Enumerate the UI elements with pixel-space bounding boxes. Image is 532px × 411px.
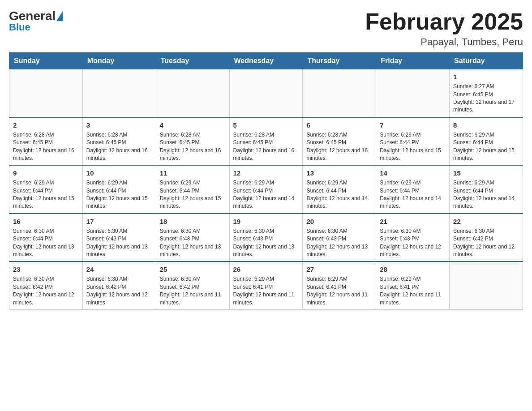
day-of-week-header: Wednesday	[229, 53, 303, 69]
day-number: 3	[86, 120, 152, 130]
day-info: Sunrise: 6:29 AMSunset: 6:44 PMDaylight:…	[86, 179, 152, 210]
day-number: 21	[380, 217, 446, 226]
calendar-day-cell: 4Sunrise: 6:28 AMSunset: 6:45 PMDaylight…	[156, 117, 229, 166]
day-info: Sunrise: 6:30 AMSunset: 6:42 PMDaylight:…	[453, 227, 519, 259]
day-info: Sunrise: 6:29 AMSunset: 6:44 PMDaylight:…	[13, 179, 79, 210]
calendar-day-cell	[229, 69, 303, 117]
calendar-day-cell: 14Sunrise: 6:29 AMSunset: 6:44 PMDayligh…	[376, 165, 450, 214]
day-number: 15	[453, 168, 519, 178]
day-info: Sunrise: 6:28 AMSunset: 6:45 PMDaylight:…	[233, 131, 299, 163]
calendar-day-cell: 5Sunrise: 6:28 AMSunset: 6:45 PMDaylight…	[229, 117, 303, 166]
day-number: 27	[306, 265, 372, 274]
day-number: 16	[13, 217, 79, 226]
day-number: 22	[453, 217, 519, 226]
calendar-week-row: 1Sunrise: 6:27 AMSunset: 6:45 PMDaylight…	[9, 69, 523, 117]
calendar-day-cell: 7Sunrise: 6:29 AMSunset: 6:44 PMDaylight…	[376, 117, 450, 166]
calendar-day-cell: 1Sunrise: 6:27 AMSunset: 6:45 PMDaylight…	[450, 69, 523, 117]
calendar-day-cell: 25Sunrise: 6:30 AMSunset: 6:42 PMDayligh…	[156, 261, 229, 309]
day-of-week-header: Monday	[82, 53, 156, 69]
calendar-day-cell: 20Sunrise: 6:30 AMSunset: 6:43 PMDayligh…	[303, 214, 376, 262]
calendar-day-cell: 21Sunrise: 6:30 AMSunset: 6:43 PMDayligh…	[376, 214, 450, 262]
day-of-week-header: Saturday	[450, 53, 523, 69]
day-number: 18	[160, 217, 226, 226]
day-info: Sunrise: 6:30 AMSunset: 6:43 PMDaylight:…	[160, 227, 226, 259]
day-number: 12	[233, 168, 299, 178]
calendar-day-cell	[450, 261, 523, 309]
day-info: Sunrise: 6:28 AMSunset: 6:45 PMDaylight:…	[306, 131, 372, 163]
month-title: February 2025	[365, 9, 523, 34]
calendar-day-cell: 16Sunrise: 6:30 AMSunset: 6:44 PMDayligh…	[9, 214, 83, 262]
day-number: 5	[233, 120, 299, 130]
calendar-day-cell: 26Sunrise: 6:29 AMSunset: 6:41 PMDayligh…	[229, 261, 303, 309]
calendar-day-cell: 23Sunrise: 6:30 AMSunset: 6:42 PMDayligh…	[9, 261, 83, 309]
calendar-day-cell: 24Sunrise: 6:30 AMSunset: 6:42 PMDayligh…	[82, 261, 156, 309]
calendar-day-cell	[9, 69, 83, 117]
day-info: Sunrise: 6:29 AMSunset: 6:44 PMDaylight:…	[453, 131, 519, 163]
day-info: Sunrise: 6:28 AMSunset: 6:45 PMDaylight:…	[160, 131, 226, 163]
calendar-day-cell: 27Sunrise: 6:29 AMSunset: 6:41 PMDayligh…	[303, 261, 376, 309]
day-info: Sunrise: 6:28 AMSunset: 6:45 PMDaylight:…	[86, 131, 152, 163]
calendar-day-cell: 9Sunrise: 6:29 AMSunset: 6:44 PMDaylight…	[9, 165, 83, 214]
day-of-week-header: Thursday	[303, 53, 376, 69]
day-number: 1	[453, 72, 519, 81]
day-number: 6	[306, 120, 372, 130]
day-number: 11	[160, 168, 226, 178]
day-info: Sunrise: 6:30 AMSunset: 6:44 PMDaylight:…	[13, 227, 79, 259]
day-number: 17	[86, 217, 152, 226]
calendar-day-cell: 11Sunrise: 6:29 AMSunset: 6:44 PMDayligh…	[156, 165, 229, 214]
calendar-day-cell: 22Sunrise: 6:30 AMSunset: 6:42 PMDayligh…	[450, 214, 523, 262]
day-of-week-header: Sunday	[9, 53, 83, 69]
day-number: 25	[160, 265, 226, 274]
day-number: 8	[453, 120, 519, 130]
calendar-day-cell: 13Sunrise: 6:29 AMSunset: 6:44 PMDayligh…	[303, 165, 376, 214]
calendar-week-row: 16Sunrise: 6:30 AMSunset: 6:44 PMDayligh…	[9, 214, 523, 262]
calendar-day-cell	[303, 69, 376, 117]
calendar-day-cell: 6Sunrise: 6:28 AMSunset: 6:45 PMDaylight…	[303, 117, 376, 166]
day-of-week-header: Friday	[376, 53, 450, 69]
logo: General Blue	[9, 9, 64, 33]
logo-blue-text: Blue	[9, 21, 30, 33]
day-info: Sunrise: 6:29 AMSunset: 6:44 PMDaylight:…	[380, 131, 446, 163]
calendar-day-cell: 8Sunrise: 6:29 AMSunset: 6:44 PMDaylight…	[450, 117, 523, 166]
day-number: 13	[306, 168, 372, 178]
day-number: 20	[306, 217, 372, 226]
day-of-week-header: Tuesday	[156, 53, 229, 69]
day-info: Sunrise: 6:27 AMSunset: 6:45 PMDaylight:…	[453, 83, 519, 114]
day-number: 24	[86, 265, 152, 274]
days-header-row: SundayMondayTuesdayWednesdayThursdayFrid…	[9, 53, 523, 69]
calendar-day-cell: 19Sunrise: 6:30 AMSunset: 6:43 PMDayligh…	[229, 214, 303, 262]
day-info: Sunrise: 6:29 AMSunset: 6:44 PMDaylight:…	[306, 179, 372, 210]
day-info: Sunrise: 6:29 AMSunset: 6:44 PMDaylight:…	[453, 179, 519, 210]
day-number: 23	[13, 265, 79, 274]
day-info: Sunrise: 6:29 AMSunset: 6:44 PMDaylight:…	[160, 179, 226, 210]
calendar-day-cell	[82, 69, 156, 117]
calendar-day-cell: 17Sunrise: 6:30 AMSunset: 6:43 PMDayligh…	[82, 214, 156, 262]
day-info: Sunrise: 6:29 AMSunset: 6:41 PMDaylight:…	[380, 275, 446, 307]
day-info: Sunrise: 6:29 AMSunset: 6:44 PMDaylight:…	[233, 179, 299, 210]
calendar-day-cell: 2Sunrise: 6:28 AMSunset: 6:45 PMDaylight…	[9, 117, 83, 166]
day-info: Sunrise: 6:30 AMSunset: 6:43 PMDaylight:…	[306, 227, 372, 259]
calendar-week-row: 23Sunrise: 6:30 AMSunset: 6:42 PMDayligh…	[9, 261, 523, 309]
day-number: 10	[86, 168, 152, 178]
day-number: 26	[233, 265, 299, 274]
calendar-day-cell: 18Sunrise: 6:30 AMSunset: 6:43 PMDayligh…	[156, 214, 229, 262]
page-header: General Blue February 2025 Papayal, Tumb…	[9, 9, 523, 48]
day-info: Sunrise: 6:29 AMSunset: 6:41 PMDaylight:…	[306, 275, 372, 307]
calendar-day-cell: 10Sunrise: 6:29 AMSunset: 6:44 PMDayligh…	[82, 165, 156, 214]
calendar-day-cell: 3Sunrise: 6:28 AMSunset: 6:45 PMDaylight…	[82, 117, 156, 166]
day-info: Sunrise: 6:30 AMSunset: 6:42 PMDaylight:…	[13, 275, 79, 307]
day-info: Sunrise: 6:30 AMSunset: 6:43 PMDaylight:…	[86, 227, 152, 259]
calendar-day-cell: 15Sunrise: 6:29 AMSunset: 6:44 PMDayligh…	[450, 165, 523, 214]
day-info: Sunrise: 6:30 AMSunset: 6:42 PMDaylight:…	[86, 275, 152, 307]
calendar-day-cell: 12Sunrise: 6:29 AMSunset: 6:44 PMDayligh…	[229, 165, 303, 214]
day-info: Sunrise: 6:30 AMSunset: 6:43 PMDaylight:…	[380, 227, 446, 259]
day-info: Sunrise: 6:30 AMSunset: 6:43 PMDaylight:…	[233, 227, 299, 259]
day-number: 14	[380, 168, 446, 178]
calendar-day-cell	[156, 69, 229, 117]
calendar-week-row: 9Sunrise: 6:29 AMSunset: 6:44 PMDaylight…	[9, 165, 523, 214]
calendar-day-cell	[376, 69, 450, 117]
day-number: 28	[380, 265, 446, 274]
day-number: 7	[380, 120, 446, 130]
day-info: Sunrise: 6:29 AMSunset: 6:41 PMDaylight:…	[233, 275, 299, 307]
day-number: 2	[13, 120, 79, 130]
